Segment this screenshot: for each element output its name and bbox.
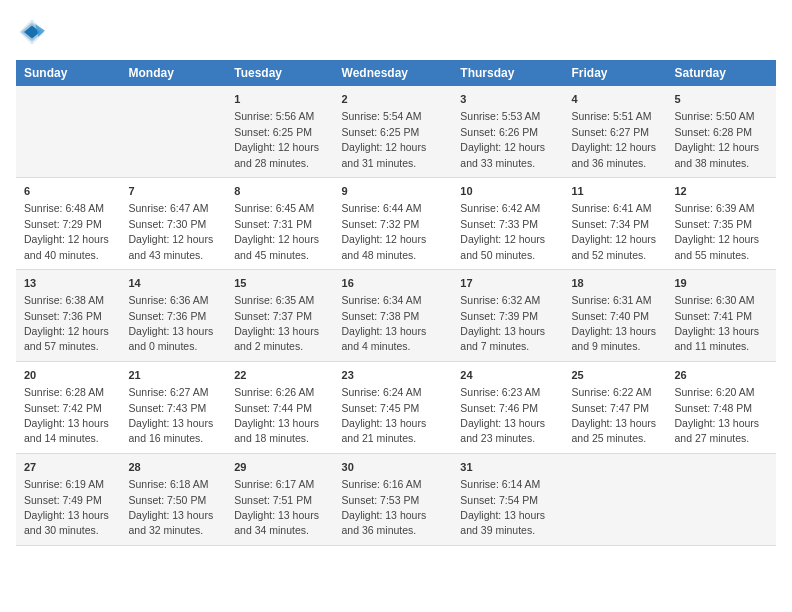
header-sunday: Sunday: [16, 60, 121, 86]
calendar-cell: 9 Sunrise: 6:44 AMSunset: 7:32 PMDayligh…: [334, 177, 453, 269]
cell-content: Sunrise: 6:47 AMSunset: 7:30 PMDaylight:…: [129, 202, 214, 260]
calendar-cell: 26 Sunrise: 6:20 AMSunset: 7:48 PMDaylig…: [666, 361, 776, 453]
header-thursday: Thursday: [452, 60, 563, 86]
calendar-cell: 4 Sunrise: 5:51 AMSunset: 6:27 PMDayligh…: [563, 86, 666, 177]
logo-icon: [16, 16, 48, 48]
calendar-cell: 19 Sunrise: 6:30 AMSunset: 7:41 PMDaylig…: [666, 269, 776, 361]
cell-content: Sunrise: 6:48 AMSunset: 7:29 PMDaylight:…: [24, 202, 109, 260]
calendar-cell: 10 Sunrise: 6:42 AMSunset: 7:33 PMDaylig…: [452, 177, 563, 269]
cell-content: Sunrise: 6:35 AMSunset: 7:37 PMDaylight:…: [234, 294, 319, 352]
calendar-cell: 11 Sunrise: 6:41 AMSunset: 7:34 PMDaylig…: [563, 177, 666, 269]
cell-content: Sunrise: 6:39 AMSunset: 7:35 PMDaylight:…: [674, 202, 759, 260]
week-row-4: 20 Sunrise: 6:28 AMSunset: 7:42 PMDaylig…: [16, 361, 776, 453]
calendar-cell: [121, 86, 227, 177]
header-saturday: Saturday: [666, 60, 776, 86]
calendar-header: SundayMondayTuesdayWednesdayThursdayFrid…: [16, 60, 776, 86]
day-number: 24: [460, 368, 555, 383]
calendar-cell: 8 Sunrise: 6:45 AMSunset: 7:31 PMDayligh…: [226, 177, 333, 269]
cell-content: Sunrise: 5:53 AMSunset: 6:26 PMDaylight:…: [460, 110, 545, 168]
calendar-cell: 3 Sunrise: 5:53 AMSunset: 6:26 PMDayligh…: [452, 86, 563, 177]
calendar-cell: 31 Sunrise: 6:14 AMSunset: 7:54 PMDaylig…: [452, 453, 563, 545]
calendar-cell: 29 Sunrise: 6:17 AMSunset: 7:51 PMDaylig…: [226, 453, 333, 545]
day-number: 4: [571, 92, 658, 107]
logo: [16, 16, 54, 48]
calendar-cell: 17 Sunrise: 6:32 AMSunset: 7:39 PMDaylig…: [452, 269, 563, 361]
day-number: 29: [234, 460, 325, 475]
cell-content: Sunrise: 6:19 AMSunset: 7:49 PMDaylight:…: [24, 478, 109, 536]
day-number: 13: [24, 276, 113, 291]
calendar-cell: 1 Sunrise: 5:56 AMSunset: 6:25 PMDayligh…: [226, 86, 333, 177]
calendar-cell: 14 Sunrise: 6:36 AMSunset: 7:36 PMDaylig…: [121, 269, 227, 361]
calendar-cell: 24 Sunrise: 6:23 AMSunset: 7:46 PMDaylig…: [452, 361, 563, 453]
week-row-2: 6 Sunrise: 6:48 AMSunset: 7:29 PMDayligh…: [16, 177, 776, 269]
day-number: 5: [674, 92, 768, 107]
day-number: 28: [129, 460, 219, 475]
calendar-cell: 27 Sunrise: 6:19 AMSunset: 7:49 PMDaylig…: [16, 453, 121, 545]
cell-content: Sunrise: 6:23 AMSunset: 7:46 PMDaylight:…: [460, 386, 545, 444]
header-tuesday: Tuesday: [226, 60, 333, 86]
day-number: 23: [342, 368, 445, 383]
cell-content: Sunrise: 6:42 AMSunset: 7:33 PMDaylight:…: [460, 202, 545, 260]
calendar-cell: 13 Sunrise: 6:38 AMSunset: 7:36 PMDaylig…: [16, 269, 121, 361]
day-number: 14: [129, 276, 219, 291]
cell-content: Sunrise: 6:38 AMSunset: 7:36 PMDaylight:…: [24, 294, 109, 352]
calendar-cell: [563, 453, 666, 545]
header-friday: Friday: [563, 60, 666, 86]
cell-content: Sunrise: 6:44 AMSunset: 7:32 PMDaylight:…: [342, 202, 427, 260]
cell-content: Sunrise: 6:20 AMSunset: 7:48 PMDaylight:…: [674, 386, 759, 444]
calendar-body: 1 Sunrise: 5:56 AMSunset: 6:25 PMDayligh…: [16, 86, 776, 545]
calendar-cell: 18 Sunrise: 6:31 AMSunset: 7:40 PMDaylig…: [563, 269, 666, 361]
calendar-cell: 28 Sunrise: 6:18 AMSunset: 7:50 PMDaylig…: [121, 453, 227, 545]
page-header: [16, 16, 776, 48]
cell-content: Sunrise: 6:45 AMSunset: 7:31 PMDaylight:…: [234, 202, 319, 260]
cell-content: Sunrise: 6:30 AMSunset: 7:41 PMDaylight:…: [674, 294, 759, 352]
day-number: 16: [342, 276, 445, 291]
calendar-cell: [16, 86, 121, 177]
calendar-cell: 7 Sunrise: 6:47 AMSunset: 7:30 PMDayligh…: [121, 177, 227, 269]
day-number: 2: [342, 92, 445, 107]
calendar-table: SundayMondayTuesdayWednesdayThursdayFrid…: [16, 60, 776, 546]
calendar-cell: 12 Sunrise: 6:39 AMSunset: 7:35 PMDaylig…: [666, 177, 776, 269]
day-number: 8: [234, 184, 325, 199]
cell-content: Sunrise: 6:22 AMSunset: 7:47 PMDaylight:…: [571, 386, 656, 444]
cell-content: Sunrise: 6:18 AMSunset: 7:50 PMDaylight:…: [129, 478, 214, 536]
week-row-3: 13 Sunrise: 6:38 AMSunset: 7:36 PMDaylig…: [16, 269, 776, 361]
calendar-cell: 23 Sunrise: 6:24 AMSunset: 7:45 PMDaylig…: [334, 361, 453, 453]
day-number: 15: [234, 276, 325, 291]
day-number: 30: [342, 460, 445, 475]
day-number: 20: [24, 368, 113, 383]
cell-content: Sunrise: 6:26 AMSunset: 7:44 PMDaylight:…: [234, 386, 319, 444]
header-monday: Monday: [121, 60, 227, 86]
day-number: 27: [24, 460, 113, 475]
calendar-cell: [666, 453, 776, 545]
calendar-cell: 6 Sunrise: 6:48 AMSunset: 7:29 PMDayligh…: [16, 177, 121, 269]
day-number: 3: [460, 92, 555, 107]
cell-content: Sunrise: 6:36 AMSunset: 7:36 PMDaylight:…: [129, 294, 214, 352]
calendar-cell: 16 Sunrise: 6:34 AMSunset: 7:38 PMDaylig…: [334, 269, 453, 361]
header-wednesday: Wednesday: [334, 60, 453, 86]
week-row-5: 27 Sunrise: 6:19 AMSunset: 7:49 PMDaylig…: [16, 453, 776, 545]
cell-content: Sunrise: 6:28 AMSunset: 7:42 PMDaylight:…: [24, 386, 109, 444]
day-number: 21: [129, 368, 219, 383]
week-row-1: 1 Sunrise: 5:56 AMSunset: 6:25 PMDayligh…: [16, 86, 776, 177]
day-number: 6: [24, 184, 113, 199]
day-number: 1: [234, 92, 325, 107]
cell-content: Sunrise: 5:51 AMSunset: 6:27 PMDaylight:…: [571, 110, 656, 168]
cell-content: Sunrise: 6:31 AMSunset: 7:40 PMDaylight:…: [571, 294, 656, 352]
cell-content: Sunrise: 6:14 AMSunset: 7:54 PMDaylight:…: [460, 478, 545, 536]
day-number: 18: [571, 276, 658, 291]
day-number: 7: [129, 184, 219, 199]
calendar-cell: 5 Sunrise: 5:50 AMSunset: 6:28 PMDayligh…: [666, 86, 776, 177]
calendar-cell: 21 Sunrise: 6:27 AMSunset: 7:43 PMDaylig…: [121, 361, 227, 453]
cell-content: Sunrise: 6:34 AMSunset: 7:38 PMDaylight:…: [342, 294, 427, 352]
day-number: 9: [342, 184, 445, 199]
cell-content: Sunrise: 6:32 AMSunset: 7:39 PMDaylight:…: [460, 294, 545, 352]
calendar-cell: 15 Sunrise: 6:35 AMSunset: 7:37 PMDaylig…: [226, 269, 333, 361]
day-number: 19: [674, 276, 768, 291]
day-number: 22: [234, 368, 325, 383]
cell-content: Sunrise: 5:50 AMSunset: 6:28 PMDaylight:…: [674, 110, 759, 168]
cell-content: Sunrise: 6:27 AMSunset: 7:43 PMDaylight:…: [129, 386, 214, 444]
cell-content: Sunrise: 5:54 AMSunset: 6:25 PMDaylight:…: [342, 110, 427, 168]
day-number: 26: [674, 368, 768, 383]
calendar-cell: 2 Sunrise: 5:54 AMSunset: 6:25 PMDayligh…: [334, 86, 453, 177]
